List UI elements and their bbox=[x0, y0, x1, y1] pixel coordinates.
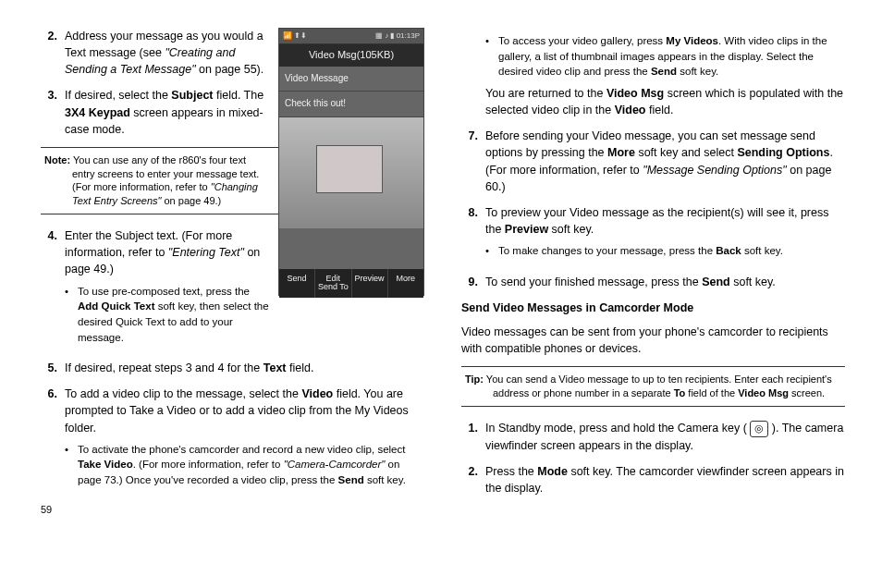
t: If desired, select the bbox=[65, 89, 171, 102]
status-right: ▦ ♪ ▮ 01:13P bbox=[375, 31, 420, 42]
step-body: Enter the Subject text. (For more inform… bbox=[65, 227, 269, 350]
sub-body: To use pre-composed text, press the Add … bbox=[78, 284, 269, 346]
step-7: 7. Before sending your Video message, yo… bbox=[461, 128, 845, 195]
bullet-icon: • bbox=[485, 243, 498, 259]
b: Preview bbox=[505, 223, 548, 236]
t: field. bbox=[287, 361, 314, 374]
phone-frame: 📶 ⬆⬇ ▦ ♪ ▮ 01:13P Video Msg(105KB) Video… bbox=[278, 28, 424, 296]
bullet-icon: • bbox=[65, 284, 78, 346]
b: Video bbox=[301, 387, 333, 400]
b: Add Quick Text bbox=[78, 300, 155, 312]
t: soft key. bbox=[741, 245, 783, 256]
step-4-sub: • To use pre-composed text, press the Ad… bbox=[65, 284, 269, 346]
phone-softkeys: Send Edit Send To Preview More bbox=[279, 269, 423, 299]
b: Send bbox=[702, 276, 730, 288]
phone-video-thumb bbox=[279, 117, 423, 228]
step-9: 9. To send your finished message, press … bbox=[461, 274, 845, 290]
ref: "Message Sending Options" bbox=[643, 164, 787, 177]
t: on page 49.) bbox=[161, 195, 221, 206]
tip-body: Tip: You can send a Video message to up … bbox=[461, 373, 845, 400]
note-label: Note: bbox=[44, 154, 70, 165]
continued-body: • To access your video gallery, press My… bbox=[461, 33, 845, 118]
phone-screenshot: 📶 ⬆⬇ ▦ ♪ ▮ 01:13P Video Msg(105KB) Video… bbox=[278, 28, 424, 296]
t: soft key. bbox=[364, 474, 406, 485]
ref: "Entering Text" bbox=[168, 246, 244, 259]
phone-title: Video Msg(105KB) bbox=[279, 44, 423, 67]
step-5: 5. If desired, repeat steps 3 and 4 for … bbox=[41, 360, 424, 376]
t: screen. bbox=[789, 387, 825, 398]
t: soft key. bbox=[730, 276, 776, 288]
step-4: 4. Enter the Subject text. (For more inf… bbox=[41, 227, 269, 350]
b: Back bbox=[716, 245, 741, 256]
step-body: To preview your Video message as the rec… bbox=[485, 204, 845, 264]
t: To send your finished message, press the bbox=[485, 276, 702, 288]
b: Subject bbox=[171, 89, 213, 102]
b: Mode bbox=[537, 465, 568, 478]
t: In Standby mode, press and hold the Came… bbox=[485, 422, 750, 435]
manual-page: 📶 ⬆⬇ ▦ ♪ ▮ 01:13P Video Msg(105KB) Video… bbox=[0, 0, 882, 527]
return-para: You are returned to the Video Msg screen… bbox=[485, 85, 845, 118]
step-num: 5. bbox=[41, 360, 65, 376]
right-list-2: 1. In Standby mode, press and hold the C… bbox=[461, 420, 845, 496]
b: More bbox=[607, 146, 635, 159]
step-8-sub: • To make changes to your message, press… bbox=[485, 243, 845, 259]
step-num: 9. bbox=[461, 274, 485, 290]
cam-step-1: 1. In Standby mode, press and hold the C… bbox=[461, 420, 845, 454]
t: To activate the phone's camcorder and re… bbox=[78, 444, 405, 455]
left-column: 📶 ⬆⬇ ▦ ♪ ▮ 01:13P Video Msg(105KB) Video… bbox=[41, 28, 424, 518]
softkey-more: More bbox=[388, 269, 423, 299]
step-2: 2. Address your message as you would a T… bbox=[41, 28, 269, 78]
sub-body: To access your video gallery, press My V… bbox=[498, 33, 845, 80]
t: To make changes to your message, press t… bbox=[498, 245, 716, 256]
t: You are returned to the bbox=[485, 87, 606, 100]
cont-sub: • To access your video gallery, press My… bbox=[485, 33, 845, 80]
page-number: 59 bbox=[41, 503, 424, 518]
t: If desired, repeat steps 3 and 4 for the bbox=[65, 361, 263, 374]
b: Text bbox=[263, 361, 287, 374]
softkey-edit: Edit bbox=[326, 274, 341, 283]
step-num: 1. bbox=[461, 420, 485, 454]
step-body: Address your message as you would a Text… bbox=[65, 28, 269, 78]
t: field. bbox=[645, 104, 673, 116]
b: Sending Options bbox=[737, 146, 829, 159]
phone-line-text: Check this out! bbox=[279, 92, 423, 117]
step-6-sub: • To activate the phone's camcorder and … bbox=[65, 442, 424, 488]
intro-para: Video messages can be sent from your pho… bbox=[461, 324, 845, 357]
step-num: 4. bbox=[41, 227, 65, 350]
phone-spacer bbox=[279, 228, 423, 269]
step-body: If desired, repeat steps 3 and 4 for the… bbox=[65, 360, 424, 376]
softkey-send: Send bbox=[279, 269, 315, 299]
b: To bbox=[674, 387, 686, 398]
step-num: 8. bbox=[461, 204, 485, 264]
step-6: 6. To add a video clip to the message, s… bbox=[41, 386, 424, 493]
step-3: 3. If desired, select the Subject field.… bbox=[41, 87, 269, 137]
t: . (For more information, refer to bbox=[133, 459, 284, 470]
t: field. The bbox=[214, 89, 264, 102]
step-8: 8. To preview your Video message as the … bbox=[461, 204, 845, 264]
step-num: 6. bbox=[41, 386, 65, 493]
softkey-edit-sendto: Edit Send To bbox=[315, 269, 351, 299]
step-body: To send your finished message, press the… bbox=[485, 274, 845, 290]
status-left: 📶 ⬆⬇ bbox=[283, 31, 307, 42]
softkey-sendto: Send To bbox=[318, 282, 349, 291]
ref: "Camera-Camcorder" bbox=[284, 459, 386, 470]
step-body: Before sending your Video message, you c… bbox=[485, 128, 845, 195]
sub-body: To activate the phone's camcorder and re… bbox=[78, 442, 424, 488]
t: To add a video clip to the message, sele… bbox=[65, 387, 301, 400]
tip-label: Tip: bbox=[465, 374, 484, 385]
b: My Videos bbox=[666, 35, 718, 46]
phone-line-subject: Video Message bbox=[279, 67, 423, 92]
step-num: 2. bbox=[41, 28, 65, 78]
b: Send bbox=[338, 474, 364, 485]
softkey-preview: Preview bbox=[352, 269, 388, 299]
cam-step-2: 2. Press the Mode soft key. The camcorde… bbox=[461, 463, 845, 496]
t: field of the bbox=[685, 387, 738, 398]
subheading: Send Video Messages in Camcorder Mode bbox=[461, 300, 845, 316]
step-num: 3. bbox=[41, 87, 65, 137]
camera-key-icon: ◎ bbox=[750, 421, 768, 437]
step-num: 2. bbox=[461, 463, 485, 496]
t: To use pre-composed text, press the bbox=[78, 286, 250, 297]
b: Video Msg bbox=[606, 87, 664, 100]
tip-box: Tip: You can send a Video message to up … bbox=[461, 366, 845, 407]
bullet-icon: • bbox=[65, 442, 78, 488]
